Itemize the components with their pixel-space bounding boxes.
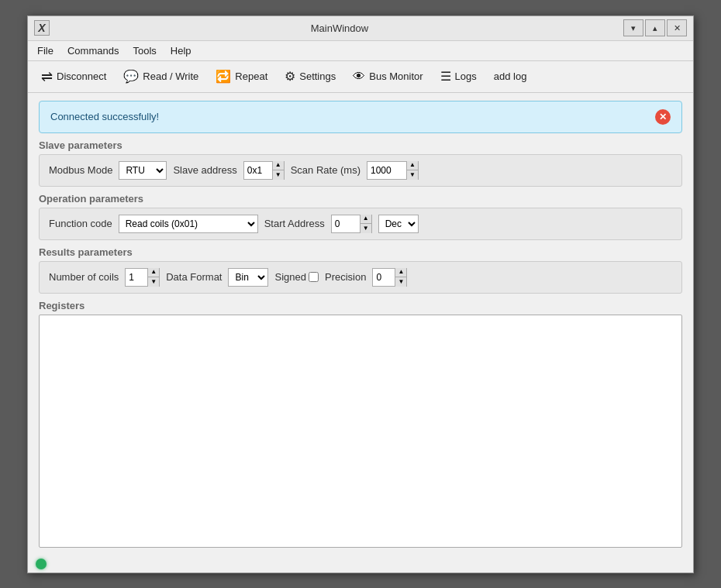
main-window: X MainWindow ▾ ▴ ✕ File Commands Tools H…: [27, 15, 694, 573]
slave-address-down[interactable]: ▼: [272, 170, 284, 180]
logs-icon: ☰: [440, 69, 451, 84]
signed-wrapper: Signed: [274, 271, 318, 283]
alert-close-button[interactable]: ✕: [655, 109, 671, 125]
menu-commands[interactable]: Commands: [61, 43, 125, 59]
slave-address-up[interactable]: ▲: [272, 161, 284, 170]
precision-up[interactable]: ▲: [395, 268, 406, 277]
num-coils-label: Number of coils: [49, 271, 119, 283]
add-log-label: add log: [494, 70, 527, 82]
disconnect-button[interactable]: ⇌ Disconnect: [34, 64, 113, 89]
scan-rate-spinbox: ▲ ▼: [367, 161, 419, 180]
precision-label: Precision: [325, 271, 366, 283]
operation-params-header: Operation parameters: [39, 193, 682, 205]
operation-params-section: Operation parameters Function code Read …: [39, 193, 682, 240]
repeat-button[interactable]: 🔁 Repeat: [209, 65, 274, 88]
bus-monitor-label: Bus Monitor: [369, 70, 423, 82]
menu-tools[interactable]: Tools: [126, 43, 162, 59]
settings-icon: ⚙: [285, 69, 295, 84]
precision-input[interactable]: [373, 269, 395, 286]
bus-monitor-button[interactable]: 👁 Bus Monitor: [346, 66, 429, 88]
menu-file[interactable]: File: [31, 43, 60, 59]
start-address-label: Start Address: [264, 218, 325, 229]
scan-rate-input[interactable]: [367, 162, 406, 179]
settings-label: Settings: [299, 70, 336, 82]
address-format-select[interactable]: Dec Hex Bin: [378, 215, 419, 233]
registers-display: [39, 315, 682, 548]
slave-address-label: Slave address: [173, 164, 236, 176]
signed-checkbox[interactable]: [309, 272, 319, 282]
read-write-icon: 💬: [123, 69, 139, 84]
slave-address-input[interactable]: [244, 162, 272, 179]
scan-rate-label: Scan Rate (ms): [291, 164, 360, 176]
repeat-icon: 🔁: [216, 69, 231, 84]
logs-button[interactable]: ☰ Logs: [433, 65, 484, 88]
num-coils-down[interactable]: ▼: [147, 277, 159, 287]
settings-button[interactable]: ⚙ Settings: [278, 65, 343, 88]
start-address-spinbox: ▲ ▼: [331, 215, 372, 233]
logs-label: Logs: [455, 70, 477, 82]
restore-button[interactable]: ▴: [645, 19, 665, 36]
operation-params-box: Function code Read coils (0x01) Read dis…: [39, 208, 682, 240]
menu-bar: File Commands Tools Help: [28, 41, 693, 61]
minimize-button[interactable]: ▾: [623, 19, 643, 36]
function-code-label: Function code: [49, 218, 112, 229]
results-params-header: Results parameters: [39, 246, 682, 258]
registers-section: Registers: [39, 300, 682, 548]
repeat-label: Repeat: [235, 70, 267, 82]
connection-status-indicator: [36, 559, 47, 569]
results-params-section: Results parameters Number of coils ▲ ▼ D…: [39, 246, 682, 294]
bus-monitor-icon: 👁: [353, 70, 365, 84]
disconnect-label: Disconnect: [57, 70, 106, 82]
start-address-down[interactable]: ▼: [360, 223, 371, 233]
window-controls: ▾ ▴ ✕: [623, 19, 687, 36]
read-write-button[interactable]: 💬 Read / Write: [116, 65, 205, 88]
modbus-mode-label: Modbus Mode: [49, 164, 112, 176]
precision-spinbox: ▲ ▼: [372, 268, 407, 287]
num-coils-input[interactable]: [126, 269, 147, 286]
disconnect-icon: ⇌: [41, 68, 53, 85]
data-format-select[interactable]: Bin Hex Dec: [228, 268, 268, 287]
num-coils-up[interactable]: ▲: [147, 268, 159, 277]
registers-header: Registers: [39, 300, 682, 311]
window-title: MainWindow: [56, 22, 623, 34]
main-content: Connected successfully! ✕ Slave paramete…: [28, 93, 693, 555]
slave-params-box: Modbus Mode RTU TCP ASCII Slave address …: [39, 154, 682, 187]
signed-label: Signed: [274, 271, 305, 283]
slave-address-spinbox: ▲ ▼: [243, 161, 285, 180]
slave-params-header: Slave parameters: [39, 139, 682, 151]
close-button[interactable]: ✕: [667, 19, 687, 36]
add-log-button[interactable]: add log: [487, 67, 534, 86]
num-coils-spinbox: ▲ ▼: [125, 268, 160, 287]
status-bar: [28, 555, 693, 573]
app-icon: X: [34, 20, 50, 36]
data-format-label: Data Format: [166, 271, 222, 283]
precision-down[interactable]: ▼: [395, 277, 406, 287]
menu-help[interactable]: Help: [164, 43, 198, 59]
scan-rate-down[interactable]: ▼: [406, 170, 418, 180]
slave-params-section: Slave parameters Modbus Mode RTU TCP ASC…: [39, 139, 682, 187]
title-bar: X MainWindow ▾ ▴ ✕: [28, 16, 693, 41]
function-code-select[interactable]: Read coils (0x01) Read discrete inputs (…: [119, 215, 258, 233]
start-address-up[interactable]: ▲: [360, 215, 371, 224]
results-params-box: Number of coils ▲ ▼ Data Format Bin Hex …: [39, 261, 682, 294]
scan-rate-up[interactable]: ▲: [406, 161, 418, 170]
alert-message: Connected successfully!: [50, 111, 159, 122]
toolbar: ⇌ Disconnect 💬 Read / Write 🔁 Repeat ⚙ S…: [28, 61, 693, 93]
start-address-input[interactable]: [332, 215, 360, 232]
read-write-label: Read / Write: [143, 70, 198, 82]
alert-box: Connected successfully! ✕: [39, 101, 682, 133]
modbus-mode-select[interactable]: RTU TCP ASCII: [119, 161, 167, 180]
